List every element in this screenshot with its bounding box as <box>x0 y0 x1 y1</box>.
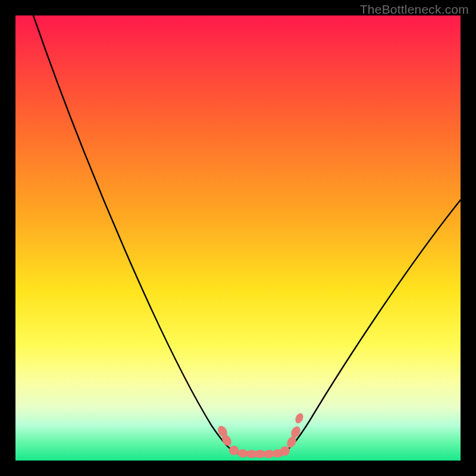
bottleneck-curve <box>33 15 461 456</box>
plot-area <box>15 15 461 461</box>
valley-marker <box>229 446 239 455</box>
chart-frame: TheBottleneck.com <box>0 0 476 476</box>
valley-marker <box>280 446 290 456</box>
curve-layer <box>15 15 461 461</box>
valley-marker <box>294 412 305 424</box>
watermark-text: TheBottleneck.com <box>360 2 469 17</box>
valley-markers-group <box>216 412 305 458</box>
